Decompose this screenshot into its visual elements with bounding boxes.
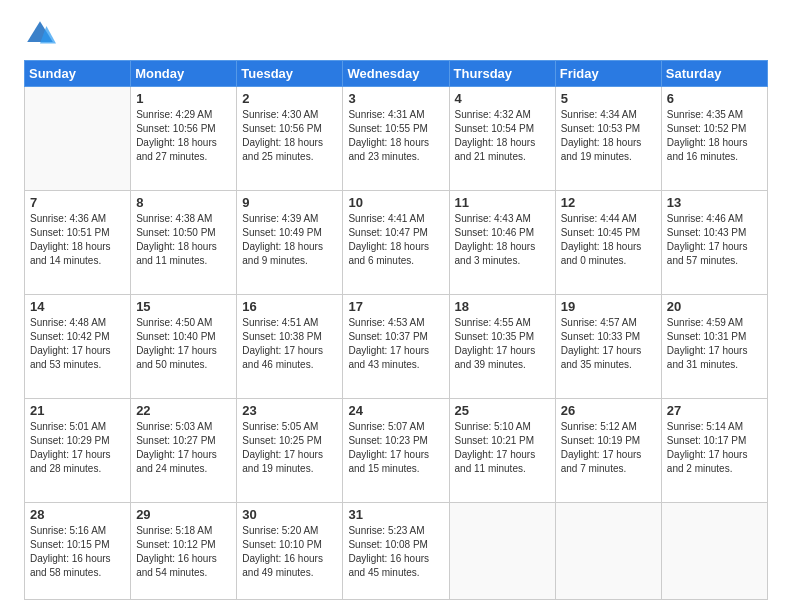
day-info: Sunrise: 4:46 AMSunset: 10:43 PMDaylight… — [667, 212, 762, 268]
day-number: 27 — [667, 403, 762, 418]
calendar-cell: 9Sunrise: 4:39 AMSunset: 10:49 PMDayligh… — [237, 191, 343, 295]
day-number: 29 — [136, 507, 231, 522]
day-info: Sunrise: 5:20 AMSunset: 10:10 PMDaylight… — [242, 524, 337, 580]
day-number: 3 — [348, 91, 443, 106]
weekday-header-monday: Monday — [131, 61, 237, 87]
weekday-header-tuesday: Tuesday — [237, 61, 343, 87]
calendar-cell: 10Sunrise: 4:41 AMSunset: 10:47 PMDaylig… — [343, 191, 449, 295]
calendar-cell: 21Sunrise: 5:01 AMSunset: 10:29 PMDaylig… — [25, 399, 131, 503]
day-info: Sunrise: 4:29 AMSunset: 10:56 PMDaylight… — [136, 108, 231, 164]
day-number: 1 — [136, 91, 231, 106]
day-info: Sunrise: 4:39 AMSunset: 10:49 PMDaylight… — [242, 212, 337, 268]
calendar-cell: 29Sunrise: 5:18 AMSunset: 10:12 PMDaylig… — [131, 503, 237, 600]
day-number: 9 — [242, 195, 337, 210]
calendar-cell: 30Sunrise: 5:20 AMSunset: 10:10 PMDaylig… — [237, 503, 343, 600]
day-number: 16 — [242, 299, 337, 314]
calendar-cell: 31Sunrise: 5:23 AMSunset: 10:08 PMDaylig… — [343, 503, 449, 600]
day-number: 23 — [242, 403, 337, 418]
day-info: Sunrise: 4:43 AMSunset: 10:46 PMDaylight… — [455, 212, 550, 268]
calendar-cell: 8Sunrise: 4:38 AMSunset: 10:50 PMDayligh… — [131, 191, 237, 295]
day-info: Sunrise: 5:23 AMSunset: 10:08 PMDaylight… — [348, 524, 443, 580]
day-number: 26 — [561, 403, 656, 418]
day-info: Sunrise: 4:55 AMSunset: 10:35 PMDaylight… — [455, 316, 550, 372]
calendar-cell: 2Sunrise: 4:30 AMSunset: 10:56 PMDayligh… — [237, 87, 343, 191]
day-number: 28 — [30, 507, 125, 522]
day-info: Sunrise: 4:38 AMSunset: 10:50 PMDaylight… — [136, 212, 231, 268]
week-row-4: 21Sunrise: 5:01 AMSunset: 10:29 PMDaylig… — [25, 399, 768, 503]
day-number: 19 — [561, 299, 656, 314]
page-header — [24, 18, 768, 50]
day-info: Sunrise: 5:05 AMSunset: 10:25 PMDaylight… — [242, 420, 337, 476]
day-info: Sunrise: 4:36 AMSunset: 10:51 PMDaylight… — [30, 212, 125, 268]
day-number: 18 — [455, 299, 550, 314]
day-number: 20 — [667, 299, 762, 314]
day-info: Sunrise: 4:59 AMSunset: 10:31 PMDaylight… — [667, 316, 762, 372]
weekday-header-saturday: Saturday — [661, 61, 767, 87]
day-number: 14 — [30, 299, 125, 314]
day-info: Sunrise: 4:53 AMSunset: 10:37 PMDaylight… — [348, 316, 443, 372]
day-number: 8 — [136, 195, 231, 210]
day-number: 31 — [348, 507, 443, 522]
calendar-cell — [25, 87, 131, 191]
calendar-cell: 4Sunrise: 4:32 AMSunset: 10:54 PMDayligh… — [449, 87, 555, 191]
day-info: Sunrise: 5:03 AMSunset: 10:27 PMDaylight… — [136, 420, 231, 476]
day-info: Sunrise: 4:30 AMSunset: 10:56 PMDaylight… — [242, 108, 337, 164]
day-number: 2 — [242, 91, 337, 106]
calendar-cell: 15Sunrise: 4:50 AMSunset: 10:40 PMDaylig… — [131, 295, 237, 399]
day-number: 30 — [242, 507, 337, 522]
week-row-2: 7Sunrise: 4:36 AMSunset: 10:51 PMDayligh… — [25, 191, 768, 295]
calendar-cell: 1Sunrise: 4:29 AMSunset: 10:56 PMDayligh… — [131, 87, 237, 191]
day-number: 17 — [348, 299, 443, 314]
calendar-cell: 11Sunrise: 4:43 AMSunset: 10:46 PMDaylig… — [449, 191, 555, 295]
week-row-3: 14Sunrise: 4:48 AMSunset: 10:42 PMDaylig… — [25, 295, 768, 399]
day-info: Sunrise: 5:07 AMSunset: 10:23 PMDaylight… — [348, 420, 443, 476]
calendar-cell: 23Sunrise: 5:05 AMSunset: 10:25 PMDaylig… — [237, 399, 343, 503]
day-number: 21 — [30, 403, 125, 418]
calendar-cell: 13Sunrise: 4:46 AMSunset: 10:43 PMDaylig… — [661, 191, 767, 295]
day-number: 12 — [561, 195, 656, 210]
day-number: 22 — [136, 403, 231, 418]
calendar-cell: 3Sunrise: 4:31 AMSunset: 10:55 PMDayligh… — [343, 87, 449, 191]
day-number: 10 — [348, 195, 443, 210]
day-info: Sunrise: 5:10 AMSunset: 10:21 PMDaylight… — [455, 420, 550, 476]
day-number: 4 — [455, 91, 550, 106]
day-info: Sunrise: 4:57 AMSunset: 10:33 PMDaylight… — [561, 316, 656, 372]
calendar-cell: 7Sunrise: 4:36 AMSunset: 10:51 PMDayligh… — [25, 191, 131, 295]
calendar-cell: 17Sunrise: 4:53 AMSunset: 10:37 PMDaylig… — [343, 295, 449, 399]
calendar-cell: 27Sunrise: 5:14 AMSunset: 10:17 PMDaylig… — [661, 399, 767, 503]
calendar-cell: 16Sunrise: 4:51 AMSunset: 10:38 PMDaylig… — [237, 295, 343, 399]
calendar-cell: 6Sunrise: 4:35 AMSunset: 10:52 PMDayligh… — [661, 87, 767, 191]
day-info: Sunrise: 5:18 AMSunset: 10:12 PMDaylight… — [136, 524, 231, 580]
weekday-header-friday: Friday — [555, 61, 661, 87]
calendar-cell — [449, 503, 555, 600]
calendar-cell: 14Sunrise: 4:48 AMSunset: 10:42 PMDaylig… — [25, 295, 131, 399]
calendar-cell: 25Sunrise: 5:10 AMSunset: 10:21 PMDaylig… — [449, 399, 555, 503]
logo-icon — [24, 18, 56, 50]
day-info: Sunrise: 4:31 AMSunset: 10:55 PMDaylight… — [348, 108, 443, 164]
calendar-cell: 5Sunrise: 4:34 AMSunset: 10:53 PMDayligh… — [555, 87, 661, 191]
calendar-cell: 12Sunrise: 4:44 AMSunset: 10:45 PMDaylig… — [555, 191, 661, 295]
day-info: Sunrise: 4:51 AMSunset: 10:38 PMDaylight… — [242, 316, 337, 372]
day-number: 25 — [455, 403, 550, 418]
day-info: Sunrise: 4:35 AMSunset: 10:52 PMDaylight… — [667, 108, 762, 164]
weekday-header-sunday: Sunday — [25, 61, 131, 87]
day-info: Sunrise: 5:12 AMSunset: 10:19 PMDaylight… — [561, 420, 656, 476]
day-info: Sunrise: 4:32 AMSunset: 10:54 PMDaylight… — [455, 108, 550, 164]
day-number: 7 — [30, 195, 125, 210]
week-row-5: 28Sunrise: 5:16 AMSunset: 10:15 PMDaylig… — [25, 503, 768, 600]
day-info: Sunrise: 4:41 AMSunset: 10:47 PMDaylight… — [348, 212, 443, 268]
day-info: Sunrise: 5:01 AMSunset: 10:29 PMDaylight… — [30, 420, 125, 476]
calendar-cell: 28Sunrise: 5:16 AMSunset: 10:15 PMDaylig… — [25, 503, 131, 600]
calendar-cell — [661, 503, 767, 600]
day-number: 6 — [667, 91, 762, 106]
day-info: Sunrise: 5:14 AMSunset: 10:17 PMDaylight… — [667, 420, 762, 476]
calendar-cell: 26Sunrise: 5:12 AMSunset: 10:19 PMDaylig… — [555, 399, 661, 503]
day-info: Sunrise: 5:16 AMSunset: 10:15 PMDaylight… — [30, 524, 125, 580]
weekday-header-thursday: Thursday — [449, 61, 555, 87]
calendar-cell: 24Sunrise: 5:07 AMSunset: 10:23 PMDaylig… — [343, 399, 449, 503]
calendar-cell — [555, 503, 661, 600]
weekday-header-row: SundayMondayTuesdayWednesdayThursdayFrid… — [25, 61, 768, 87]
weekday-header-wednesday: Wednesday — [343, 61, 449, 87]
day-info: Sunrise: 4:48 AMSunset: 10:42 PMDaylight… — [30, 316, 125, 372]
day-number: 24 — [348, 403, 443, 418]
